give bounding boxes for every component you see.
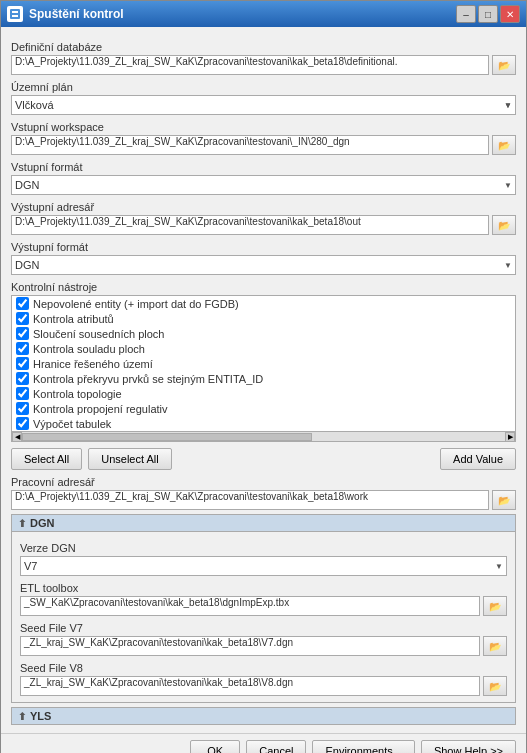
vstupni-workspace-input[interactable]: D:\A_Projekty\11.039_ZL_kraj_SW_KaK\Zpra… — [11, 135, 489, 155]
horizontal-scrollbar[interactable]: ◀ ▶ — [12, 431, 515, 441]
title-bar-left: Spuštění kontrol — [7, 6, 124, 22]
add-value-button[interactable]: Add Value — [440, 448, 516, 470]
kontrolni-checkbox-3[interactable] — [16, 342, 29, 355]
title-bar: Spuštění kontrol – □ ✕ — [1, 1, 526, 27]
yls-section: ⬆ YLS — [11, 707, 516, 725]
label-vstupni-workspace: Vstupní workspace — [11, 121, 516, 133]
folder-icon: 📂 — [498, 220, 510, 231]
collapse-icon: ⬆ — [18, 518, 26, 529]
seed-file-v8-input[interactable]: _ZL_kraj_SW_KaK\Zpracovani\testovani\kak… — [20, 676, 480, 696]
kontrolni-nastroje-section: Nepovolené entity (+ import dat do FGDB)… — [11, 295, 516, 442]
app-icon — [7, 6, 23, 22]
vstupni-workspace-browse[interactable]: 📂 — [492, 135, 516, 155]
list-item: Kontrola topologie — [12, 386, 515, 401]
label-seed-file-v7: Seed File V7 — [20, 622, 507, 634]
unselect-all-button[interactable]: Unselect All — [88, 448, 171, 470]
definitional-db-row: D:\A_Projekty\11.039_ZL_kraj_SW_KaK\Zpra… — [11, 55, 516, 75]
label-vstupni-format: Vstupní formát — [11, 161, 516, 173]
etl-toolbox-browse[interactable]: 📂 — [483, 596, 507, 616]
definitional-db-browse[interactable]: 📂 — [492, 55, 516, 75]
list-item: Nepovolené entity (+ import dat do FGDB) — [12, 296, 515, 311]
folder-icon: 📂 — [498, 60, 510, 71]
vystupni-adresar-row: D:\A_Projekty\11.039_ZL_kraj_SW_KaK\Zpra… — [11, 215, 516, 235]
etl-toolbox-row: _SW_KaK\Zpracovani\testovani\kak_beta18\… — [20, 596, 507, 616]
select-all-button[interactable]: Select All — [11, 448, 82, 470]
expand-icon: ⬆ — [18, 711, 26, 722]
label-verze-dgn: Verze DGN — [20, 542, 507, 554]
seed-file-v7-browse[interactable]: 📂 — [483, 636, 507, 656]
label-vystupni-adresar: Výstupní adresář — [11, 201, 516, 213]
kontrolni-label-1: Kontrola atributů — [33, 313, 114, 325]
kontrolni-label-7: Kontrola propojení regulativ — [33, 403, 168, 415]
label-seed-file-v8: Seed File V8 — [20, 662, 507, 674]
dgn-section-header[interactable]: ⬆ DGN — [11, 514, 516, 532]
list-item: Výpočet tabulek — [12, 416, 515, 431]
folder-icon: 📂 — [498, 140, 510, 151]
kontrolni-list: Nepovolené entity (+ import dat do FGDB)… — [12, 296, 515, 431]
scroll-left-arrow[interactable]: ◀ — [12, 432, 22, 442]
pracovni-adresar-input[interactable]: D:\A_Projekty\11.039_ZL_kraj_SW_KaK\Zpra… — [11, 490, 489, 510]
uzemni-plan-dropdown[interactable]: Vlčková — [11, 95, 516, 115]
kontrolni-label-3: Kontrola souladu ploch — [33, 343, 145, 355]
scrollbar-thumb[interactable] — [22, 433, 312, 441]
list-buttons-row: Select All Unselect All Add Value — [11, 448, 516, 470]
verze-dgn-dropdown[interactable]: V7 — [20, 556, 507, 576]
kontrolni-checkbox-0[interactable] — [16, 297, 29, 310]
kontrolni-label-5: Kontrola překryvu prvků se stejným ENTIT… — [33, 373, 263, 385]
svg-rect-2 — [12, 15, 18, 17]
etl-toolbox-input[interactable]: _SW_KaK\Zpracovani\testovani\kak_beta18\… — [20, 596, 480, 616]
label-uzemni-plan: Územní plán — [11, 81, 516, 93]
label-kontrolni-nastroje: Kontrolní nástroje — [11, 281, 516, 293]
folder-icon: 📂 — [489, 601, 501, 612]
folder-icon: 📂 — [498, 495, 510, 506]
definitional-db-input[interactable]: D:\A_Projekty\11.039_ZL_kraj_SW_KaK\Zpra… — [11, 55, 489, 75]
minimize-button[interactable]: – — [456, 5, 476, 23]
maximize-button[interactable]: □ — [478, 5, 498, 23]
kontrolni-checkbox-8[interactable] — [16, 417, 29, 430]
content-area: Definiční databáze D:\A_Projekty\11.039_… — [1, 27, 526, 733]
kontrolni-checkbox-5[interactable] — [16, 372, 29, 385]
vystupni-adresar-input[interactable]: D:\A_Projekty\11.039_ZL_kraj_SW_KaK\Zpra… — [11, 215, 489, 235]
vystupni-adresar-browse[interactable]: 📂 — [492, 215, 516, 235]
kontrolni-label-2: Sloučení sousedních ploch — [33, 328, 164, 340]
label-pracovni-adresar: Pracovní adresář — [11, 476, 516, 488]
scrollbar-track — [22, 433, 505, 441]
vystupni-format-dropdown[interactable]: DGN — [11, 255, 516, 275]
list-item: Kontrola souladu ploch — [12, 341, 515, 356]
svg-rect-0 — [10, 9, 20, 19]
seed-file-v7-input[interactable]: _ZL_kraj_SW_KaK\Zpracovani\testovani\kak… — [20, 636, 480, 656]
seed-file-v7-row: _ZL_kraj_SW_KaK\Zpracovani\testovani\kak… — [20, 636, 507, 656]
dgn-section-body: Verze DGN V7 ▼ ETL toolbox _SW_KaK\Zprac… — [11, 532, 516, 703]
uzemni-plan-wrapper: Vlčková ▼ — [11, 95, 516, 115]
label-vystupni-format: Výstupní formát — [11, 241, 516, 253]
list-item: Kontrola atributů — [12, 311, 515, 326]
pracovni-adresar-browse[interactable]: 📂 — [492, 490, 516, 510]
vstupni-workspace-row: D:\A_Projekty\11.039_ZL_kraj_SW_KaK\Zpra… — [11, 135, 516, 155]
kontrolni-label-0: Nepovolené entity (+ import dat do FGDB) — [33, 298, 239, 310]
yls-section-header[interactable]: ⬆ YLS — [11, 707, 516, 725]
folder-icon: 📂 — [489, 641, 501, 652]
window-title: Spuštění kontrol — [29, 7, 124, 21]
seed-file-v8-browse[interactable]: 📂 — [483, 676, 507, 696]
seed-file-v8-row: _ZL_kraj_SW_KaK\Zpracovani\testovani\kak… — [20, 676, 507, 696]
ok-button[interactable]: OK — [190, 740, 240, 753]
kontrolni-checkbox-7[interactable] — [16, 402, 29, 415]
cancel-button[interactable]: Cancel — [246, 740, 306, 753]
kontrolni-checkbox-2[interactable] — [16, 327, 29, 340]
close-button[interactable]: ✕ — [500, 5, 520, 23]
scroll-right-arrow[interactable]: ▶ — [505, 432, 515, 442]
yls-section-title: YLS — [30, 710, 51, 722]
list-item: Sloučení sousedních ploch — [12, 326, 515, 341]
vstupni-format-dropdown[interactable]: DGN — [11, 175, 516, 195]
footer: OK Cancel Environments... Show Help >> — [1, 733, 526, 753]
show-help-button[interactable]: Show Help >> — [421, 740, 516, 753]
kontrolni-checkbox-1[interactable] — [16, 312, 29, 325]
list-item: Hranice řešeného území — [12, 356, 515, 371]
kontrolni-checkbox-4[interactable] — [16, 357, 29, 370]
kontrolni-checkbox-6[interactable] — [16, 387, 29, 400]
main-window: Spuštění kontrol – □ ✕ Definiční databáz… — [0, 0, 527, 753]
kontrolni-label-8: Výpočet tabulek — [33, 418, 111, 430]
label-etl-toolbox: ETL toolbox — [20, 582, 507, 594]
svg-rect-1 — [12, 11, 18, 13]
environments-button[interactable]: Environments... — [312, 740, 414, 753]
